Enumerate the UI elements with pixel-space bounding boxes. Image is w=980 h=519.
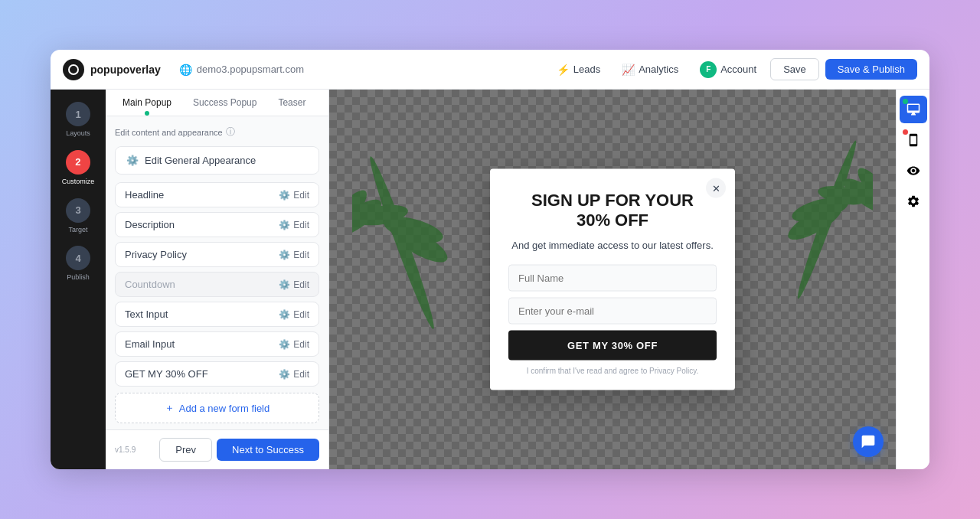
field-email-input[interactable]: Email Input ⚙️ Edit (115, 331, 319, 357)
step-2-customize[interactable]: 2 Customize (62, 150, 95, 186)
next-button[interactable]: Next to Success (217, 439, 319, 461)
field-cta[interactable]: GET MY 30% OFF ⚙️ Edit (115, 361, 319, 387)
toolbar-mobile-button[interactable] (900, 126, 927, 154)
gear-icon-7: ⚙️ (279, 369, 290, 380)
step-sidebar: 1 Layouts 2 Customize 3 Target 4 Publish (51, 90, 106, 469)
gear-icon-2: ⚙️ (279, 220, 290, 230)
save-button[interactable]: Save (770, 58, 819, 80)
field-headline-edit[interactable]: ⚙️ Edit (279, 190, 309, 201)
field-description-label: Description (125, 219, 175, 230)
general-appearance-button[interactable]: ⚙️ Edit General Appearance (115, 146, 319, 175)
nav-account[interactable]: F Account (692, 57, 764, 83)
popup-subtitle: And get immediate access to our latest o… (508, 238, 717, 252)
step-3-target[interactable]: 3 Target (66, 198, 90, 234)
panel-tabs: Main Popup Success Popup Teaser (106, 90, 328, 116)
canvas-area: ✕ SIGN UP FOR YOUR30% OFF And get immedi… (329, 90, 896, 469)
version-label: v1.5.9 (115, 446, 136, 454)
leads-icon: ⚡ (557, 64, 570, 76)
popup-privacy-text: I confirm that I've read and agree to Pr… (508, 366, 717, 374)
field-cta-label: GET MY 30% OFF (125, 368, 208, 380)
gear-icon-5: ⚙️ (279, 309, 290, 320)
customization-panel: Main Popup Success Popup Teaser Edit con… (106, 90, 329, 469)
tab-teaser[interactable]: Teaser (267, 90, 316, 116)
fullname-input[interactable] (508, 264, 717, 291)
popup-title: SIGN UP FOR YOUR30% OFF (508, 191, 717, 231)
toolbar-preview-button[interactable] (900, 157, 927, 184)
nav-leads[interactable]: ⚡ Leads (549, 59, 608, 80)
field-email-edit[interactable]: ⚙️ Edit (279, 339, 309, 350)
tab-success-popup[interactable]: Success Popup (182, 90, 267, 116)
chat-icon (861, 434, 876, 449)
avatar: F (700, 61, 717, 78)
toolbar-desktop-button[interactable] (900, 96, 927, 123)
popup-close-button[interactable]: ✕ (706, 178, 726, 198)
logo-area: popupoverlay (63, 59, 161, 80)
field-description[interactable]: Description ⚙️ Edit (115, 212, 319, 237)
prev-button[interactable]: Prev (159, 438, 212, 462)
url-bar: 🌐 demo3.popupsmart.com (179, 64, 304, 76)
popup-modal: ✕ SIGN UP FOR YOUR30% OFF And get immedi… (490, 169, 735, 390)
step-1-label: Layouts (66, 129, 90, 138)
plus-icon: ＋ (165, 401, 175, 415)
footer-nav: Prev Next to Success (159, 438, 319, 462)
field-text-input-label: Text Input (125, 308, 168, 320)
logo-icon (63, 59, 84, 80)
analytics-icon: 📈 (622, 64, 635, 76)
field-headline-label: Headline (125, 189, 164, 201)
tab-main-popup[interactable]: Main Popup (112, 90, 182, 116)
step-2-circle: 2 (66, 150, 90, 175)
gear-icon: ⚙️ (279, 190, 290, 201)
info-icon: ⓘ (226, 126, 235, 139)
palm-right-decoration (781, 120, 873, 319)
panel-footer: v1.5.9 Prev Next to Success (106, 429, 328, 469)
save-publish-button[interactable]: Save & Publish (825, 59, 917, 80)
field-email-label: Email Input (125, 338, 175, 350)
step-1-circle: 1 (66, 102, 90, 126)
field-privacy-label: Privacy Policy (125, 249, 187, 260)
right-toolbar (896, 90, 929, 469)
settings-cog-icon (906, 194, 920, 208)
gear-icon-4: ⚙️ (279, 279, 290, 290)
field-cta-edit[interactable]: ⚙️ Edit (279, 369, 309, 380)
globe-icon: 🌐 (179, 64, 192, 76)
gear-icon-6: ⚙️ (279, 339, 290, 350)
account-label: Account (720, 64, 756, 75)
mobile-icon (906, 133, 920, 147)
field-headline[interactable]: Headline ⚙️ Edit (115, 182, 319, 207)
field-countdown-edit[interactable]: ⚙️ Edit (279, 279, 309, 290)
palm-left-decoration (352, 135, 452, 350)
step-4-circle: 4 (66, 246, 90, 270)
field-privacy-policy[interactable]: Privacy Policy ⚙️ Edit (115, 242, 319, 267)
section-label: Edit content and appearance ⓘ (115, 126, 319, 139)
field-text-input[interactable]: Text Input ⚙️ Edit (115, 302, 319, 327)
preview-icon (906, 164, 920, 178)
tab-main-popup-label: Main Popup (122, 97, 172, 108)
step-1-layouts[interactable]: 1 Layouts (66, 102, 90, 138)
popup-cta-button[interactable]: GET MY 30% OFF (508, 330, 717, 360)
field-countdown[interactable]: Countdown ⚙️ Edit (115, 272, 319, 297)
step-4-label: Publish (67, 273, 90, 282)
desktop-icon (906, 103, 920, 116)
analytics-label: Analytics (639, 64, 678, 75)
step-3-circle: 3 (66, 198, 90, 223)
add-field-button[interactable]: ＋ Add a new form field (115, 393, 319, 423)
settings-icon: ⚙️ (126, 155, 139, 166)
header-right: ⚡ Leads 📈 Analytics F Account Save Save … (549, 57, 917, 83)
nav-analytics[interactable]: 📈 Analytics (614, 59, 686, 80)
step-3-label: Target (68, 226, 87, 234)
field-description-edit[interactable]: ⚙️ Edit (279, 220, 309, 230)
email-input[interactable] (508, 297, 717, 324)
logo-text: popupoverlay (90, 64, 161, 76)
panel-content: Edit content and appearance ⓘ ⚙️ Edit Ge… (106, 116, 328, 429)
tab-teaser-label: Teaser (278, 97, 305, 108)
url-text: demo3.popupsmart.com (197, 64, 304, 75)
chat-bubble[interactable] (853, 426, 884, 457)
step-4-publish[interactable]: 4 Publish (66, 246, 90, 282)
desktop-active-dot (903, 99, 908, 104)
field-countdown-label: Countdown (125, 279, 175, 290)
field-text-input-edit[interactable]: ⚙️ Edit (279, 309, 309, 320)
field-privacy-edit[interactable]: ⚙️ Edit (279, 250, 309, 260)
toolbar-settings-button[interactable] (900, 188, 927, 215)
mobile-inactive-dot (903, 129, 908, 135)
tab-success-popup-label: Success Popup (193, 97, 256, 108)
